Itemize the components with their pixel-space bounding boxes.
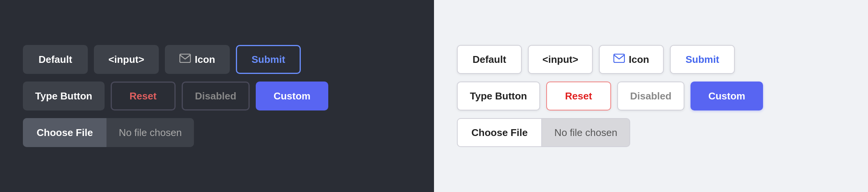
dark-row-2: Type Button Reset Disabled Custom [23,82,328,110]
dark-icon-button[interactable]: Icon [165,45,230,74]
dark-no-file-label: No file chosen [106,118,194,147]
dark-reset-button[interactable]: Reset [111,82,176,110]
dark-panel: Default <input> Icon Submit Type Button … [0,0,434,192]
light-custom-button[interactable]: Custom [691,82,763,110]
light-default-button[interactable]: Default [457,45,522,74]
dark-input-button[interactable]: <input> [94,45,159,74]
mail-icon-blue [613,54,625,66]
light-row-2: Type Button Reset Disabled Custom [457,82,763,110]
light-icon-button[interactable]: Icon [599,45,664,74]
light-file-input: Choose File No file chosen [457,118,630,147]
svg-rect-0 [180,54,190,62]
dark-custom-button[interactable]: Custom [256,82,328,110]
dark-row-1: Default <input> Icon Submit [23,45,301,74]
svg-rect-1 [614,54,624,62]
light-type-button[interactable]: Type Button [457,82,540,110]
dark-type-button[interactable]: Type Button [23,82,105,110]
light-input-button[interactable]: <input> [528,45,593,74]
mail-icon [179,54,191,66]
light-file-row: Choose File No file chosen [457,118,630,147]
light-no-file-label: No file chosen [542,119,629,146]
light-icon-button-label: Icon [629,54,649,66]
dark-default-button[interactable]: Default [23,45,88,74]
dark-file-row: Choose File No file chosen [23,118,194,147]
dark-file-input: Choose File No file chosen [23,118,194,147]
light-row-1: Default <input> Icon Submit [457,45,735,74]
light-reset-button[interactable]: Reset [546,82,611,110]
light-submit-button[interactable]: Submit [670,45,735,74]
light-choose-file-button[interactable]: Choose File [458,119,542,146]
dark-submit-button[interactable]: Submit [236,45,301,74]
dark-disabled-button[interactable]: Disabled [182,82,250,110]
light-disabled-button[interactable]: Disabled [617,82,684,110]
light-panel: Default <input> Icon Submit Type Button … [434,0,868,192]
dark-choose-file-button[interactable]: Choose File [23,118,106,147]
dark-icon-button-label: Icon [195,54,215,66]
